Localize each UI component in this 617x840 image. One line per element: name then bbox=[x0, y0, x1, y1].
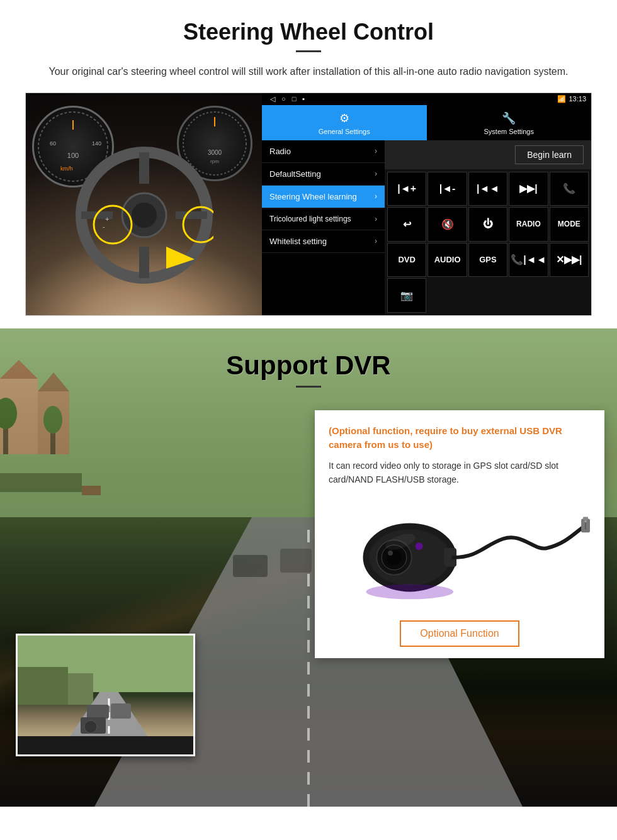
dvr-screenshot-svg bbox=[18, 636, 195, 756]
ctrl-prev-call[interactable]: 📞|◄◄ bbox=[509, 243, 548, 277]
arrow-icon: › bbox=[375, 192, 377, 201]
ctrl-skip[interactable]: ✕▶▶| bbox=[550, 243, 589, 277]
arrow-icon: › bbox=[375, 237, 377, 245]
nav-icons: ◁ ○ □ ▪ bbox=[267, 95, 555, 103]
ctrl-prev[interactable]: |◄◄ bbox=[468, 172, 507, 206]
dvr-title-area: Support DVR bbox=[0, 328, 617, 397]
dvr-optional-text: (Optional function, require to buy exter… bbox=[329, 424, 591, 452]
dvr-content-overlay: Support DVR (Optional function, require … bbox=[0, 328, 617, 807]
tab-system-settings[interactable]: 🔧 System Settings bbox=[427, 105, 592, 140]
ctrl-back[interactable]: ↩ bbox=[387, 207, 426, 242]
menu-item-whitelist[interactable]: Whitelist setting › bbox=[262, 230, 385, 253]
steering-wheel: + - bbox=[75, 146, 213, 284]
begin-learn-button[interactable]: Begin learn bbox=[515, 145, 584, 164]
ctrl-dvd[interactable]: DVD bbox=[387, 243, 426, 277]
ctrl-cam[interactable]: 📷 bbox=[387, 278, 426, 313]
ctrl-mute[interactable]: 🔇 bbox=[427, 207, 467, 242]
svg-rect-57 bbox=[87, 705, 109, 719]
dvr-camera-illustration bbox=[329, 498, 591, 611]
svg-text:-: - bbox=[103, 223, 105, 230]
dvr-info-card: (Optional function, require to buy exter… bbox=[315, 410, 604, 659]
dvr-title: Support DVR bbox=[0, 350, 617, 381]
optional-function-button[interactable]: Optional Function bbox=[400, 620, 519, 647]
dvr-section: Support DVR (Optional function, require … bbox=[0, 328, 617, 807]
recents-nav-icon: □ bbox=[292, 95, 297, 103]
arrow-icon: › bbox=[375, 169, 377, 178]
controls-panel: Begin learn |◄+ |◄- |◄◄ ▶▶| 📞 ↩ 🔇 ⏻ RADI… bbox=[385, 140, 591, 315]
android-screen: ◁ ○ □ ▪ 📶 13:13 ⚙ General Settings 🔧 Sys… bbox=[262, 93, 591, 315]
tab-system-label: System Settings bbox=[484, 128, 534, 135]
dvr-divider bbox=[296, 386, 321, 388]
steering-section: Steering Wheel Control Your original car… bbox=[0, 0, 617, 328]
dvr-desc-text: It can record video only to storage in G… bbox=[329, 459, 591, 487]
general-settings-icon: ⚙ bbox=[339, 111, 349, 125]
svg-point-60 bbox=[84, 720, 97, 733]
menu-list: Radio › DefaultSetting › Steering Wheel … bbox=[262, 140, 385, 315]
svg-point-44 bbox=[416, 543, 423, 551]
section1-title: Steering Wheel Control bbox=[25, 19, 592, 45]
arrow-icon: › bbox=[375, 215, 377, 223]
steering-ui-mockup: 100 60 140 km/h 3000 rpm bbox=[25, 92, 592, 316]
ctrl-gps[interactable]: GPS bbox=[468, 243, 507, 277]
arrow-icon: › bbox=[375, 147, 377, 155]
svg-rect-47 bbox=[583, 517, 588, 520]
svg-rect-58 bbox=[111, 703, 131, 719]
steering-photo-bg: 100 60 140 km/h 3000 rpm bbox=[26, 93, 262, 315]
controls-grid: |◄+ |◄- |◄◄ ▶▶| 📞 ↩ 🔇 ⏻ RADIO MODE DVD A bbox=[385, 169, 591, 315]
menu-item-steering-wheel[interactable]: Steering Wheel learning › bbox=[262, 186, 385, 208]
svg-rect-54 bbox=[68, 673, 93, 705]
tab-general-settings[interactable]: ⚙ General Settings bbox=[262, 105, 427, 140]
title-divider bbox=[296, 50, 321, 52]
svg-text:+: + bbox=[105, 215, 109, 223]
svg-point-50 bbox=[366, 585, 453, 600]
dvr-camera-svg bbox=[329, 495, 591, 614]
home-nav-icon: ○ bbox=[281, 95, 286, 103]
svg-text:km/h: km/h bbox=[60, 165, 73, 172]
signal-icon: 📶 bbox=[557, 95, 566, 103]
svg-rect-53 bbox=[18, 667, 68, 705]
system-settings-icon: 🔧 bbox=[502, 111, 516, 125]
ctrl-vol-down[interactable]: |◄- bbox=[427, 172, 467, 206]
back-nav-icon: ◁ bbox=[270, 95, 275, 103]
dvr-screenshot-thumbnail bbox=[16, 634, 195, 756]
status-bar: ◁ ○ □ ▪ 📶 13:13 bbox=[262, 93, 591, 105]
status-time: 13:13 bbox=[569, 95, 586, 103]
tab-general-label: General Settings bbox=[319, 128, 370, 135]
settings-tabs[interactable]: ⚙ General Settings 🔧 System Settings bbox=[262, 105, 591, 140]
ctrl-vol-up[interactable]: |◄+ bbox=[387, 172, 426, 206]
svg-text:60: 60 bbox=[50, 140, 56, 147]
menu-nav-icon: ▪ bbox=[302, 95, 305, 103]
svg-point-49 bbox=[584, 520, 587, 523]
menu-controls-area: Radio › DefaultSetting › Steering Wheel … bbox=[262, 140, 591, 315]
ctrl-audio[interactable]: AUDIO bbox=[427, 243, 467, 277]
menu-item-radio[interactable]: Radio › bbox=[262, 140, 385, 163]
svg-rect-61 bbox=[18, 736, 195, 756]
menu-item-tricoloured[interactable]: Tricoloured light settings › bbox=[262, 208, 385, 230]
svg-point-16 bbox=[132, 203, 157, 228]
ctrl-next[interactable]: ▶▶| bbox=[509, 172, 548, 206]
menu-item-defaultsetting[interactable]: DefaultSetting › bbox=[262, 163, 385, 186]
begin-learn-row: Begin learn bbox=[385, 140, 591, 169]
ctrl-mode[interactable]: MODE bbox=[550, 207, 589, 242]
ctrl-phone[interactable]: 📞 bbox=[550, 172, 589, 206]
ctrl-power[interactable]: ⏻ bbox=[468, 207, 507, 242]
ctrl-radio[interactable]: RADIO bbox=[509, 207, 548, 242]
optional-function-container: Optional Function bbox=[329, 611, 591, 647]
steering-photo: 100 60 140 km/h 3000 rpm bbox=[26, 93, 262, 315]
svg-point-43 bbox=[388, 551, 393, 556]
section1-description: Your original car's steering wheel contr… bbox=[38, 64, 579, 80]
